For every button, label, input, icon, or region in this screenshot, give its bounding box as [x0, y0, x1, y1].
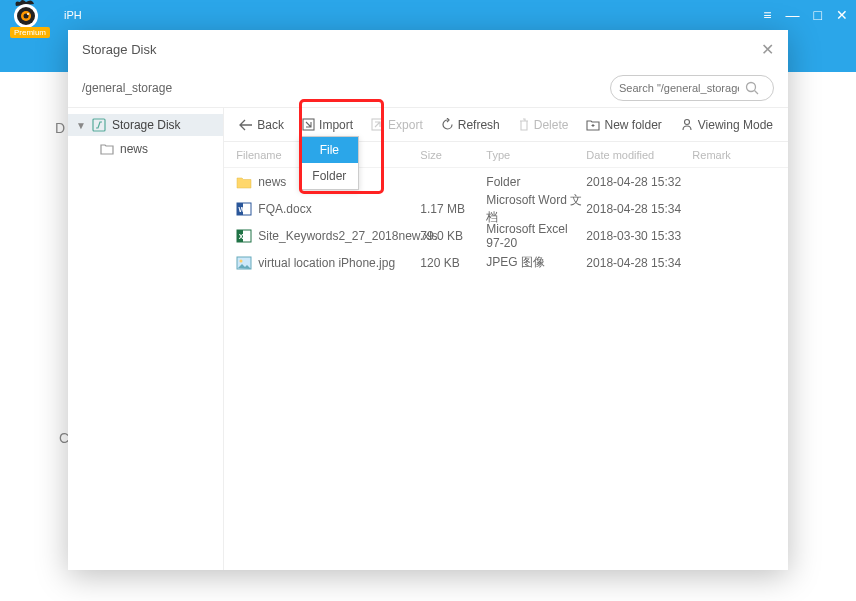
table-row[interactable]: XSite_Keywords2_27_2018new.xls79.0 KBMic… [224, 222, 788, 249]
column-date[interactable]: Date modified [586, 149, 692, 161]
folder-icon [236, 174, 252, 190]
file-date: 2018-04-28 15:34 [586, 202, 692, 216]
main-panel: Back Import Export Refresh Delete [224, 108, 788, 570]
file-date: 2018-03-30 15:33 [586, 229, 692, 243]
svg-point-15 [684, 120, 689, 125]
file-date: 2018-04-28 15:34 [586, 256, 692, 270]
file-type: Microsoft Word 文档 [486, 192, 586, 226]
word-icon: W [236, 201, 252, 217]
delete-button: Delete [509, 108, 578, 142]
dropdown-item-folder[interactable]: Folder [300, 163, 358, 189]
svg-point-23 [240, 259, 243, 262]
search-icon [745, 81, 759, 95]
sidebar-item-storage-disk[interactable]: ▼ Storage Disk [68, 114, 223, 136]
export-button: Export [362, 108, 432, 142]
sidebar-item-label: news [120, 142, 148, 156]
sidebar-item-label: Storage Disk [112, 118, 181, 132]
refresh-button[interactable]: Refresh [432, 108, 509, 142]
close-window-icon[interactable]: ✕ [836, 7, 848, 23]
bg-text-d: D [55, 120, 65, 136]
file-date: 2018-04-28 15:32 [586, 175, 692, 189]
dropdown-item-file[interactable]: File [300, 137, 358, 163]
viewing-mode-button[interactable]: Viewing Mode [671, 108, 782, 142]
close-icon[interactable]: ✕ [761, 40, 774, 59]
new-folder-button[interactable]: New folder [577, 108, 670, 142]
search-input[interactable] [619, 82, 739, 94]
excel-icon: X [236, 228, 252, 244]
file-type: JPEG 图像 [486, 254, 586, 271]
svg-line-11 [755, 90, 759, 94]
chevron-down-icon: ▼ [76, 120, 86, 131]
app-logo: Premium [8, 0, 54, 30]
image-icon [236, 255, 252, 271]
minimize-icon[interactable]: — [786, 7, 800, 23]
file-size: 120 KB [420, 256, 486, 270]
svg-text:W: W [239, 206, 246, 213]
viewing-icon [680, 118, 694, 131]
file-name: FQA.docx [258, 202, 311, 216]
file-type: Folder [486, 175, 586, 189]
app-topbar: Premium iPH ≡ — □ ✕ [0, 0, 856, 30]
folder-icon [100, 143, 114, 155]
import-dropdown: File Folder [299, 136, 359, 190]
column-type[interactable]: Type [486, 149, 586, 161]
app-label: iPH [64, 9, 82, 21]
premium-badge: Premium [10, 27, 50, 38]
disk-icon [92, 118, 106, 132]
breadcrumb: /general_storage [82, 81, 172, 95]
sidebar-item-news[interactable]: news [68, 136, 223, 162]
file-name: news [258, 175, 286, 189]
svg-text:X: X [239, 233, 244, 240]
table-row[interactable]: WFQA.docx1.17 MBMicrosoft Word 文档2018-04… [224, 195, 788, 222]
menu-icon[interactable]: ≡ [763, 7, 771, 23]
refresh-icon [441, 118, 454, 131]
svg-point-10 [747, 82, 756, 91]
sidebar: ▼ Storage Disk news [68, 108, 224, 570]
file-name: Site_Keywords2_27_2018new.xls [258, 229, 437, 243]
column-remark[interactable]: Remark [692, 149, 788, 161]
delete-icon [518, 118, 530, 131]
maximize-icon[interactable]: □ [814, 7, 822, 23]
table-row[interactable]: virtual location iPhone.jpg120 KBJPEG 图像… [224, 249, 788, 276]
storage-dialog: Storage Disk ✕ /general_storage ▼ Storag… [68, 30, 788, 570]
new-folder-icon [586, 119, 600, 131]
import-icon [302, 118, 315, 131]
back-icon [239, 119, 253, 131]
search-box[interactable] [610, 75, 774, 101]
file-size: 1.17 MB [420, 202, 486, 216]
file-name: virtual location iPhone.jpg [258, 256, 395, 270]
file-size: 79.0 KB [420, 229, 486, 243]
svg-point-4 [27, 13, 29, 15]
export-icon [371, 118, 384, 131]
file-type: Microsoft Excel 97-20 [486, 222, 586, 250]
back-button[interactable]: Back [230, 108, 293, 142]
dialog-title: Storage Disk [82, 42, 156, 57]
column-size[interactable]: Size [420, 149, 486, 161]
